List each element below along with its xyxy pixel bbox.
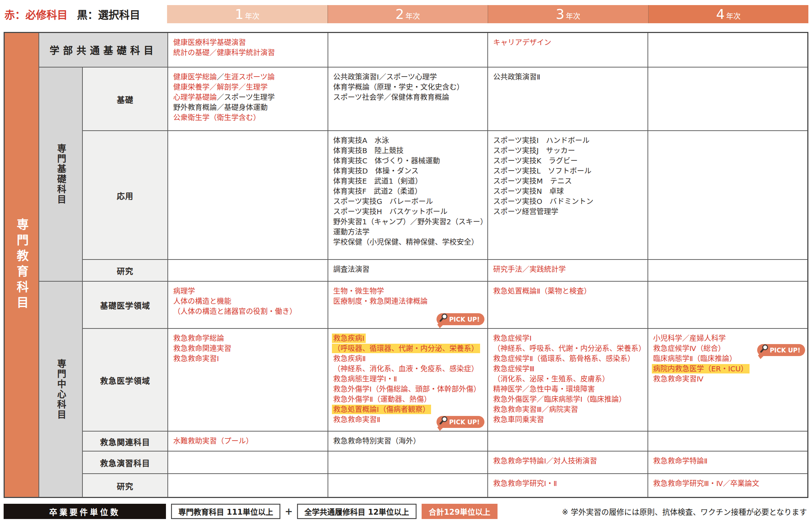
course-text: 救急処置概論Ⅱ（薬物と検査）: [493, 287, 591, 295]
course-text: 体育学概論（原理・学史・文化史含む）: [333, 83, 464, 91]
course-text: 救急外傷医学／臨床病態学Ⅰ（臨床推論）: [493, 395, 626, 404]
course-line: キャリアデザイン: [493, 37, 644, 48]
course-line: 運動方法学: [333, 227, 484, 237]
course-text: （神経系、消化系、血液・免疫系、感染症）: [333, 364, 479, 373]
course-cell-row9-y1: [168, 474, 328, 497]
year-number: 4: [716, 8, 725, 21]
highlight: 救急疾病Ⅰ: [332, 334, 366, 343]
course-text: 生涯スポーツ論: [224, 73, 275, 81]
course-line: 救急救命実習Ⅳ: [653, 374, 804, 384]
course-text: 医療制度・救急関連法律概論: [333, 297, 428, 306]
year-suffix: 年次: [406, 8, 420, 21]
course-text: ／: [217, 73, 224, 81]
course-line: 野外実習1（キャンプ）／野外実習2（スキー）: [333, 217, 484, 227]
course-line: 統計の基礎／健康科学統計演習: [173, 48, 324, 58]
course-cell-row2-y2: 公共政策演習Ⅰ／スポーツ心理学体育学概論（原理・学史・文化史含む）スポーツ社会学…: [328, 67, 488, 131]
row-label: 救急演習科目: [82, 451, 168, 474]
course-cell-row1-y3: キャリアデザイン: [488, 33, 648, 67]
highlight: 病院内救急医学（ER・ICU）: [652, 364, 750, 373]
course-line: 健康栄養学／解剖学／生理学: [173, 82, 324, 92]
course-text: 救急救命実習Ⅰ: [173, 354, 219, 363]
course-text: 救急外傷学Ⅰ（外傷総論、頭部・体幹部外傷）: [333, 385, 481, 393]
course-line: 体育実技E 武道1（剣道）: [333, 176, 484, 186]
course-line: 救急疾病Ⅰ: [333, 333, 484, 343]
course-cell-row4-y2: 調査法演習: [328, 260, 488, 281]
course-text: 救急疾病Ⅰ: [333, 334, 365, 343]
course-text: 健康医学総論: [173, 73, 217, 81]
course-line: 救急外傷学Ⅰ（外傷総論、頭部・体幹部外傷）: [333, 384, 484, 394]
course-cell-row4-y3: 研究手法／実践統計学: [488, 260, 648, 281]
course-cell-row1-y1: 健康医療科学基礎演習統計の基礎／健康科学統計演習: [168, 33, 328, 67]
course-line: スポーツ実技H バスケットボール: [333, 207, 484, 217]
course-line: 体育実技D 体操・ダンス: [333, 166, 484, 176]
magnifier-icon: [439, 313, 448, 323]
course-line: 調査法演習: [333, 264, 484, 274]
course-text: 救急症候学Ⅲ: [493, 364, 535, 373]
row-group-label: 専門基礎科目: [39, 67, 82, 281]
footnote: ※ 学外実習の履修には原則、抗体検査、ワクチン接種が必要となります: [562, 506, 808, 517]
course-text: 研究手法／実践統計学: [493, 265, 566, 274]
course-text: 救急症候学Ⅳ（総合）: [653, 344, 725, 353]
course-cell-row3-y3: スポーツ実技I ハンドボールスポーツ実技J サッカースポーツ実技K ラグビースポ…: [488, 131, 648, 260]
course-line: 体育実技A 水泳: [333, 135, 484, 146]
course-line: 救急救命学研究Ⅲ・Ⅳ／卒業論文: [653, 478, 804, 489]
course-line: 救急処置概論Ⅰ（傷病者観察）: [333, 404, 484, 414]
course-cell-row3-y2: 体育実技A 水泳体育実技B 陸上競技体育実技C 体づくり・器械運動体育実技D 体…: [328, 131, 488, 260]
row-group-label-text: 専門基礎科目: [54, 144, 67, 205]
course-text: 体育実技B 陸上競技: [333, 146, 404, 155]
course-cell-row4-y1: [168, 260, 328, 281]
course-line: 精神医学／急性中毒・環境障害: [493, 384, 644, 394]
row-label: 基礎医学領域: [82, 281, 168, 328]
course-text: 救急救命学研究Ⅲ・Ⅳ／卒業論文: [653, 479, 759, 488]
course-line: 救急救命実習Ⅲ／病院実習: [493, 404, 644, 414]
row-label: 救急関連科目: [82, 431, 168, 451]
course-text: 精神医学／急性中毒・環境障害: [493, 385, 595, 393]
course-line: スポーツ実技G バレーボール: [333, 196, 484, 207]
course-line: 救急救命実習Ⅰ: [173, 354, 324, 364]
course-text: スポーツ実技N 卓球: [493, 187, 564, 196]
row-label: 応用: [82, 131, 168, 260]
year-header-1: 1年次: [167, 5, 328, 23]
course-line: 体育実技B 陸上競技: [333, 146, 484, 156]
course-text: 病理学: [173, 287, 195, 295]
course-text: 救急救命学総論: [173, 334, 224, 343]
course-line: 健康医療科学基礎演習: [173, 37, 324, 48]
course-text: （呼吸器、循環器、代謝・内分泌、栄養系）: [333, 344, 479, 353]
course-text: 心理学基礎論: [173, 93, 217, 102]
course-text: キャリアデザイン: [493, 38, 551, 47]
course-line: 病理学: [173, 286, 324, 296]
course-text: （人体の構造と諸器官の役割・働き）: [173, 307, 297, 316]
course-line: 救急処置概論Ⅱ（薬物と検査）: [493, 286, 644, 296]
course-line: 医療制度・救急関連法律概論: [333, 296, 484, 306]
course-text: 公衆衛生学（衛生学含む）: [173, 113, 260, 122]
course-cell-row7-y4: [648, 431, 808, 451]
course-line: 水難救助実習（プール）: [173, 436, 324, 446]
row-group-label-text: 専門中心科目: [54, 359, 67, 420]
year-header-3: 3年次: [488, 5, 648, 23]
pickup-badge-label: PICK UP!: [770, 347, 800, 354]
course-cell-row2-y4: [648, 67, 808, 131]
course-text: 救急症候学Ⅰ: [493, 334, 532, 343]
course-line: 救急疾病Ⅱ: [333, 354, 484, 364]
course-line: 救急救命学研究Ⅰ・Ⅱ: [493, 478, 644, 489]
footer-box-major-credits: 専門教育科目 111単位以上: [171, 504, 280, 519]
course-text: 統計の基礎／健康科学統計演習: [173, 48, 275, 57]
course-text: 救急処置概論Ⅰ（傷病者観察）: [333, 405, 430, 414]
footer-total-box: 合計129単位以上: [422, 504, 498, 519]
course-cell-row5-y1: 病理学人体の構造と機能（人体の構造と諸器官の役割・働き）: [168, 281, 328, 328]
course-line: （神経系、消化系、血液・免疫系、感染症）: [333, 364, 484, 374]
course-text: 救急外傷学Ⅱ（運動器、熱傷）: [333, 395, 431, 404]
course-line: 公衆衛生学（衛生学含む）: [173, 113, 324, 123]
row-label: 研究: [82, 474, 168, 497]
course-line: 救急救命特別実習（海外）: [333, 436, 484, 446]
course-cell-row8-y2: [328, 451, 488, 474]
course-line: （人体の構造と諸器官の役割・働き）: [173, 306, 324, 316]
course-cell-row6-y3: 救急症候学Ⅰ（神経系、呼吸系、代謝・内分泌系、栄養系）救急症候学Ⅱ（循環系、筋骨…: [488, 328, 648, 431]
year-suffix: 年次: [566, 8, 580, 21]
course-line: スポーツ実技O バドミントン: [493, 196, 644, 207]
course-text: 救急救命学研究Ⅰ・Ⅱ: [493, 479, 557, 488]
course-cell-row3-y1: [168, 131, 328, 260]
course-line: 研究手法／実践統計学: [493, 264, 644, 274]
course-text: 健康栄養学／解剖学／生理学: [173, 83, 268, 91]
course-line: スポーツ経営管理学: [493, 207, 644, 217]
